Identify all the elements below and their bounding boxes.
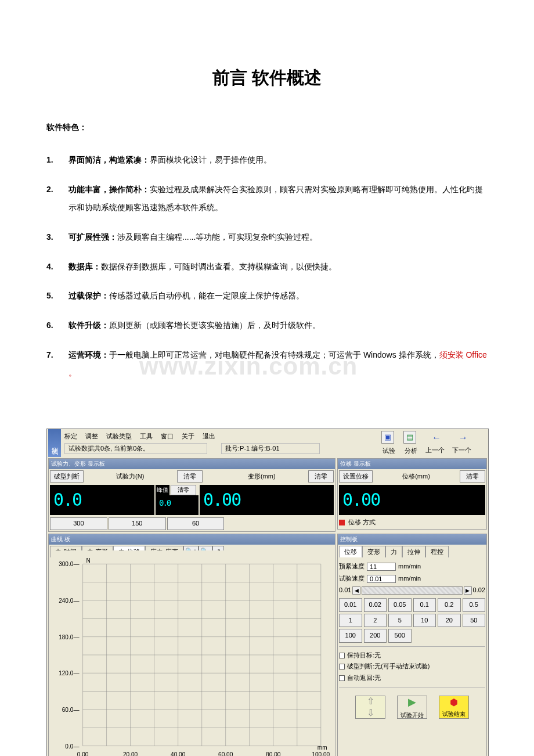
stop-test-button[interactable]: ⬢试验结束 (439, 696, 469, 719)
curve-panel: 曲线 板 力-时间力-变形力-位移应力-应变🔍+🔍-↗ 300.0—240.0—… (48, 534, 335, 756)
speed-preset-button[interactable]: 5 (388, 614, 412, 628)
displacement-panel: 位移 显示板 设置位移 位移(mm) 清零 0.00 位移 方式 (337, 458, 487, 530)
pre-speed-label: 预紧速度 (339, 561, 365, 572)
break-judge-label: 破型判断:无(可手动结束试验) (347, 661, 430, 672)
unit-label: mm/min (398, 574, 421, 584)
break-judge-button[interactable]: 破型判断 (50, 470, 84, 483)
control-tab[interactable]: 程控 (425, 546, 449, 558)
svg-text:40.00: 40.00 (171, 751, 186, 756)
range-button[interactable]: 60 (167, 517, 225, 530)
prev-arrow-icon[interactable]: ← (425, 430, 448, 445)
feature-item: 可扩展性强：涉及顾客自主编程......等功能，可实现复杂旳实验过程。 (46, 228, 488, 246)
speed-preset-button[interactable]: 0.5 (463, 598, 486, 612)
feature-item: 数据库：数据保存到数据库，可随时调出查看。支持模糊查询，以便快捷。 (46, 258, 488, 276)
unit-label: mm/min (398, 561, 421, 572)
speed-preset-button[interactable]: 100 (339, 629, 362, 643)
set-disp-button[interactable]: 设置位移 (339, 470, 373, 483)
analyze-icon[interactable]: ▤ (403, 431, 416, 444)
control-tab[interactable]: 拉伸 (402, 546, 425, 558)
menu-bar: 标定调整试验类型工具窗口关于退出 (64, 431, 215, 442)
force-deform-panel: 试验力、变形 显示板 破型判断 试验力(N) 清零 变形(mm) 清零 0.0 … (48, 458, 335, 532)
page-title: 前言 软件概述 (46, 64, 488, 92)
speed-preset-button[interactable]: 0.2 (438, 598, 461, 612)
svg-text:300.0—: 300.0— (59, 561, 80, 567)
speed-preset-button[interactable]: 2 (364, 614, 387, 628)
next-arrow-icon[interactable]: → (452, 430, 474, 445)
peak-zero-button[interactable]: 清零 (171, 485, 196, 495)
test-speed-input[interactable] (367, 575, 396, 583)
range-button[interactable]: 150 (109, 517, 166, 530)
test-speed-label: 试验速度 (339, 574, 365, 584)
menu-item[interactable]: 工具 (140, 431, 153, 442)
menu-item[interactable]: 试验类型 (106, 431, 132, 442)
svg-text:20.00: 20.00 (123, 751, 138, 756)
app-window: 测试 标定调整试验类型工具窗口关于退出 试验数据共0条, 当前第0条。 批号:P… (46, 429, 489, 756)
updown-button[interactable]: ⇧⇩ (355, 696, 385, 719)
panel-header: 试验力、变形 显示板 (49, 459, 335, 469)
svg-text:60.00: 60.00 (218, 751, 233, 756)
svg-text:0.00: 0.00 (77, 751, 89, 756)
control-tab[interactable]: 力 (385, 546, 402, 558)
speed-preset-button[interactable]: 0.05 (388, 598, 412, 612)
menu-item[interactable]: 窗口 (161, 431, 174, 442)
slider-left-icon[interactable]: ◀ (352, 586, 360, 595)
feature-item: 过载保护：传感器过载后自动停机，能在一定限度上保护传感器。 (46, 287, 488, 305)
svg-text:60.0—: 60.0— (62, 707, 80, 713)
control-tab[interactable]: 位移 (339, 546, 362, 558)
prev-label: 上一个 (425, 445, 445, 456)
menu-item[interactable]: 标定 (64, 431, 77, 442)
auto-return-label: 自动返回:无 (347, 673, 381, 683)
checkbox-icon[interactable] (339, 664, 345, 669)
test-label: 试验 (383, 446, 395, 456)
disp-zero-button[interactable]: 清零 (460, 470, 485, 483)
speed-preset-button[interactable]: 10 (413, 614, 436, 628)
svg-text:100.00: 100.00 (312, 751, 330, 756)
slider-right-icon[interactable]: ▶ (464, 586, 472, 595)
right-toolbar: ▣ 试验 ▤ 分析 ← 上一个 → 下一个 (381, 430, 474, 445)
peak-label: 峰值 (156, 485, 169, 495)
svg-text:180.0—: 180.0— (59, 633, 80, 640)
svg-text:0.0—: 0.0— (65, 743, 80, 749)
force-zero-button[interactable]: 清零 (177, 470, 203, 483)
pre-speed-input[interactable] (367, 563, 396, 571)
test-icon[interactable]: ▣ (381, 431, 394, 444)
deform-display: 0.00 (200, 485, 334, 515)
checkbox-icon[interactable] (339, 653, 345, 658)
disp-mode-label: 位移 方式 (348, 517, 376, 528)
menu-item[interactable]: 关于 (182, 431, 194, 442)
speed-preset-button[interactable]: 1 (339, 614, 362, 628)
force-label: 试验力(N) (85, 471, 176, 482)
feature-item: 功能丰富，操作简朴：实验过程及成果解决符合实验原则，顾客只需对实验原则略有理解即… (46, 181, 488, 217)
start-test-button[interactable]: ▶试验开始 (397, 696, 427, 719)
disp-label: 位移(mm) (374, 471, 459, 482)
svg-text:120.0—: 120.0— (59, 670, 80, 676)
status-line: 试验数据共0条, 当前第0条。 (64, 443, 207, 455)
panel-header: 控制板 (338, 534, 486, 545)
analyze-label: 分析 (405, 446, 417, 456)
peak-display: 0.0 (156, 495, 199, 515)
menu-item[interactable]: 退出 (203, 431, 215, 442)
section-heading: 软件特色： (46, 121, 488, 134)
feature-item: 运营环境：于一般电脑上即可正常运营，对电脑硬件配备没有特殊规定；可运营于 Win… (46, 346, 488, 382)
speed-preset-button[interactable]: 0.1 (413, 598, 436, 612)
panel-header: 曲线 板 (49, 534, 335, 545)
range-button[interactable]: 300 (50, 517, 107, 530)
red-indicator-icon (339, 520, 345, 525)
slider-hi: 0.02 (473, 585, 485, 596)
batch-info: 批号:P-1 编号:B-01 (221, 443, 320, 455)
next-label: 下一个 (452, 445, 471, 456)
slider-track[interactable] (362, 586, 462, 595)
checkbox-icon[interactable] (339, 675, 345, 681)
control-tab[interactable]: 变形 (362, 546, 385, 558)
deform-zero-button[interactable]: 清零 (308, 470, 334, 483)
y-unit: N (86, 557, 91, 564)
feature-item: 软件升级：原则更新（或顾客增长更该实验措施）后，及时升级软件。 (46, 316, 488, 334)
speed-preset-button[interactable]: 20 (438, 614, 461, 628)
menu-item[interactable]: 调整 (85, 431, 98, 442)
speed-preset-button[interactable]: 50 (463, 614, 486, 628)
speed-preset-button[interactable]: 0.01 (339, 598, 362, 612)
speed-preset-button[interactable]: 500 (388, 629, 412, 643)
svg-text:80.00: 80.00 (266, 751, 281, 756)
speed-preset-button[interactable]: 0.02 (364, 598, 387, 612)
speed-preset-button[interactable]: 200 (364, 629, 387, 643)
